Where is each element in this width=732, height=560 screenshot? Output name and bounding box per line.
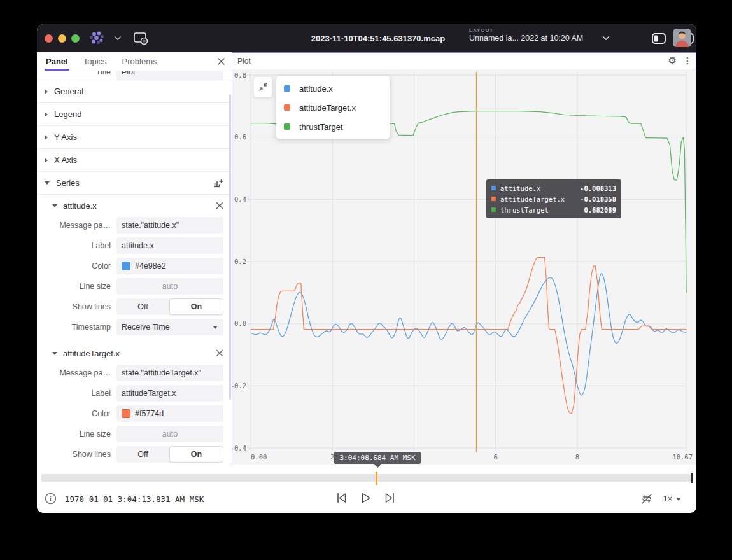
field-label: Label <box>45 389 111 398</box>
chevron-down-icon <box>45 181 50 185</box>
seek-start-button[interactable] <box>335 491 348 505</box>
tab-topics[interactable]: Topics <box>83 57 107 66</box>
show-lines-toggle: Off On <box>116 446 223 463</box>
app-window: 2023-11-10T04:51:45.631370.mcap LAYOUT U… <box>37 24 696 513</box>
show-lines-on-button[interactable]: On <box>169 446 223 463</box>
label-input[interactable]: attitude.x <box>116 237 223 254</box>
field-label: Show lines <box>45 450 111 459</box>
field-label: Line size <box>45 282 111 291</box>
foxglove-logo-icon[interactable] <box>88 31 105 45</box>
svg-text:0.8: 0.8 <box>234 71 246 79</box>
series-title: attitudeTarget.x <box>63 349 120 358</box>
plot-panel-header[interactable]: Plot ⚙ ⋮ <box>232 53 696 69</box>
tab-panel[interactable]: Panel <box>46 57 68 66</box>
main-content: Panel Topics Problems Title Plot General <box>37 52 696 465</box>
user-avatar[interactable] <box>673 29 691 47</box>
toggle-left-sidebar-button[interactable] <box>651 32 667 45</box>
show-lines-off-button[interactable]: Off <box>116 446 169 463</box>
section-legend[interactable]: Legend <box>37 103 232 126</box>
series-attitude-x-header[interactable]: attitude.x <box>37 196 232 215</box>
seek-end-button[interactable] <box>383 491 397 505</box>
series-color-swatch <box>284 85 290 92</box>
svg-text:6: 6 <box>493 453 497 461</box>
loop-off-button[interactable] <box>640 493 653 505</box>
section-x-axis[interactable]: X Axis <box>37 149 232 172</box>
svg-text:-0.2: -0.2 <box>232 382 246 389</box>
tooltip-label: attitudeTarget.x <box>500 195 575 203</box>
sidebar-tabbar: Panel Topics Problems <box>37 52 232 71</box>
close-sidebar-button[interactable] <box>217 57 225 66</box>
section-series[interactable]: Series <box>37 172 232 195</box>
field-row-label: Label attitude.x <box>37 235 232 256</box>
svg-text:0.00: 0.00 <box>251 453 267 461</box>
section-y-axis[interactable]: Y Axis <box>37 126 232 149</box>
line-size-input[interactable]: auto <box>116 278 223 295</box>
color-input[interactable]: #4e98e2 <box>116 258 223 274</box>
chevron-down-icon <box>52 204 57 207</box>
title-input[interactable]: Plot <box>116 71 223 80</box>
legend-item[interactable]: attitude.x <box>276 79 390 98</box>
panel-menu-kebab-icon[interactable]: ⋮ <box>683 55 692 66</box>
panel-settings-gear-icon[interactable]: ⚙ <box>668 55 677 66</box>
chevron-right-icon <box>45 158 48 163</box>
series-color-swatch <box>284 123 290 130</box>
legend-item[interactable]: thrustTarget <box>276 117 390 136</box>
scrubber-hover-time-badge: 3:04:08.684 AM MSK <box>334 452 421 464</box>
current-timestamp[interactable]: 1970-01-01 3:04:13.831 AM MSK <box>65 494 204 504</box>
remove-series-button[interactable] <box>216 202 223 209</box>
tooltip-value: 0.682089 <box>584 206 616 214</box>
series-color-swatch <box>491 197 496 201</box>
collapse-legend-button[interactable] <box>253 76 272 97</box>
placeholder-text: auto <box>122 282 218 291</box>
field-label: Line size <box>45 430 111 438</box>
layout-caption: LAYOUT <box>469 27 583 33</box>
playback-scrubber[interactable] <box>41 474 691 482</box>
layout-chevron-icon[interactable] <box>602 36 610 41</box>
field-label: Label <box>45 241 111 250</box>
playhead-marker[interactable] <box>376 472 377 485</box>
message-path-input[interactable]: state."attitudeTarget.x" <box>116 365 223 381</box>
maximize-window-button[interactable] <box>71 34 80 43</box>
color-swatch[interactable] <box>122 409 130 418</box>
remove-series-button[interactable] <box>216 349 223 357</box>
sidebar-scrollbar[interactable] <box>229 94 231 400</box>
label-input[interactable]: attitudeTarget.x <box>116 385 223 402</box>
playback-speed-select[interactable]: 1× <box>663 494 681 503</box>
color-input[interactable]: #f5774d <box>116 405 223 422</box>
section-general[interactable]: General <box>37 80 232 103</box>
show-lines-toggle: Off On <box>116 298 223 315</box>
series-attitude-target-x-header[interactable]: attitudeTarget.x <box>37 344 232 363</box>
add-panel-button[interactable] <box>133 32 148 45</box>
svg-text:10.67: 10.67 <box>672 453 693 461</box>
playback-info-button[interactable] <box>45 493 57 505</box>
plot-panel[interactable]: Plot ⚙ ⋮ 0.00246810.670.80.60.40.20.0-0.… <box>232 52 696 465</box>
series-color-swatch <box>491 207 496 212</box>
timestamp-value: Receive Time <box>122 323 170 332</box>
data-source-chevron-icon[interactable] <box>114 36 122 41</box>
series-color-swatch <box>491 186 496 190</box>
svg-text:8: 8 <box>575 453 579 461</box>
section-label: Y Axis <box>54 132 77 142</box>
play-button[interactable] <box>359 491 372 505</box>
timestamp-select[interactable]: Receive Time <box>116 319 223 335</box>
add-series-button[interactable] <box>213 178 223 188</box>
line-size-input[interactable]: auto <box>116 426 223 442</box>
series-color-swatch <box>284 104 290 111</box>
tab-problems[interactable]: Problems <box>122 57 157 66</box>
file-title: 2023-11-10T04:51:45.631370.mcap <box>311 34 445 43</box>
close-window-button[interactable] <box>45 34 53 43</box>
layout-menu[interactable]: LAYOUT Unnamed la... 2022 at 10:20 AM <box>469 27 583 43</box>
show-lines-on-button[interactable]: On <box>169 298 223 315</box>
svg-text:0.6: 0.6 <box>234 133 246 141</box>
field-label: Message pa… <box>45 368 111 377</box>
field-label: Message pa… <box>45 221 111 230</box>
color-swatch[interactable] <box>122 262 130 270</box>
legend-item[interactable]: attitudeTarget.x <box>276 98 390 117</box>
show-lines-off-button[interactable]: Off <box>116 298 169 315</box>
tooltip-label: attitude.x <box>500 185 575 192</box>
tooltip-row: thrustTarget 0.682089 <box>491 204 616 215</box>
traffic-lights <box>45 34 80 43</box>
message-path-input[interactable]: state."attitude.x" <box>116 217 223 234</box>
minimize-window-button[interactable] <box>58 34 66 43</box>
svg-text:0.2: 0.2 <box>234 258 246 265</box>
